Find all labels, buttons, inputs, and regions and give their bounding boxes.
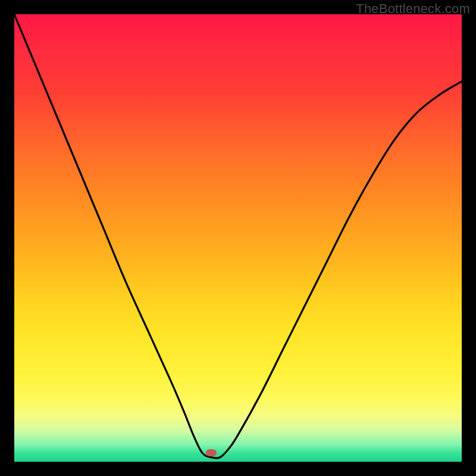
bottleneck-curve <box>14 14 462 462</box>
chart-frame: TheBottleneck.com <box>0 0 476 476</box>
plot-area <box>14 14 462 462</box>
optimal-point-marker <box>206 449 217 456</box>
